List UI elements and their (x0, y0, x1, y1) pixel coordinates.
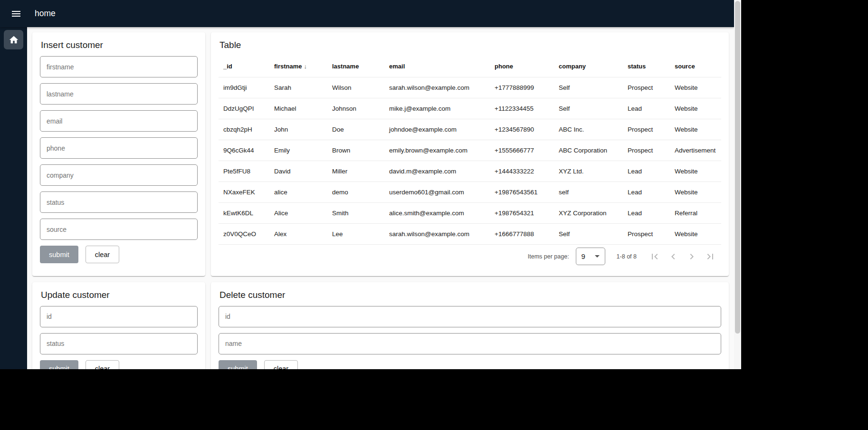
insert-card-title: Insert customer (41, 40, 198, 50)
previous-page-button[interactable] (664, 247, 682, 266)
table-row[interactable]: 9Q6cGk44EmilyBrownemily.brown@example.co… (219, 140, 721, 161)
table-cell: cbzqh2pH (219, 119, 269, 140)
table-cell: XYZ Ltd. (554, 161, 623, 182)
table-cell: Emily (269, 140, 327, 161)
insert-firstname-field (40, 56, 198, 77)
update-submit-button[interactable]: submit (40, 360, 78, 370)
table-cell: +1666777888 (490, 223, 554, 244)
update-clear-button[interactable]: clear (86, 360, 119, 370)
table-row[interactable]: DdzUgQPIMichaelJohnsonmike.j@example.com… (219, 98, 721, 119)
table-row[interactable]: Pte5fFU8DavidMillerdavid.m@example.com+1… (219, 161, 721, 182)
table-cell: Lead (623, 182, 670, 202)
table-row[interactable]: z0V0QCeOAlexLeesarah.wilson@example.com+… (219, 223, 721, 244)
column-header-company[interactable]: company (554, 56, 623, 77)
top-app-bar: home (0, 0, 734, 27)
table-cell: +1777888999 (490, 77, 554, 98)
table-cell: Referral (670, 202, 721, 223)
column-header-lastname[interactable]: lastname (327, 56, 384, 77)
update-status-field (40, 333, 198, 354)
delete-submit-button[interactable]: submit (219, 360, 257, 370)
table-card-title: Table (219, 40, 721, 50)
table-cell: david.m@example.com (384, 161, 490, 182)
table-cell: Website (670, 98, 721, 119)
insert-email-input[interactable] (40, 110, 198, 132)
page-title: home (35, 9, 56, 19)
delete-clear-button[interactable]: clear (264, 360, 298, 370)
table-cell: Prospect (623, 140, 670, 161)
table-cell: Lead (623, 202, 670, 223)
page-size-select[interactable]: 9 (576, 248, 605, 265)
table-cell: XYZ Corporation (554, 202, 623, 223)
update-status-input[interactable] (40, 333, 198, 354)
table-cell: alice.smith@example.com (384, 202, 490, 223)
column-header-firstname[interactable]: firstname↓ (269, 56, 327, 77)
customers-table: _idfirstname↓lastnameemailphonecompanyst… (219, 56, 721, 245)
paginator: Items per page: 9 1-8 of 8 (219, 245, 721, 268)
sidebar (0, 27, 27, 369)
column-header-source[interactable]: source (670, 56, 721, 77)
column-header-status[interactable]: status (623, 56, 670, 77)
insert-submit-button[interactable]: submit (40, 246, 78, 263)
last-page-button[interactable] (701, 247, 719, 266)
scrollbar-thumb[interactable] (735, 1, 740, 334)
update-id-field (40, 306, 198, 327)
column-header-phone[interactable]: phone (490, 56, 554, 77)
next-page-button[interactable] (682, 247, 701, 266)
insert-lastname-input[interactable] (40, 83, 198, 105)
table-cell: +1444333222 (490, 161, 554, 182)
items-per-page-label: Items per page: (528, 253, 569, 260)
first-page-button[interactable] (645, 247, 664, 266)
insert-phone-input[interactable] (40, 137, 198, 159)
insert-source-input[interactable] (40, 219, 198, 240)
table-cell: Lee (327, 223, 384, 244)
table-cell: Pte5fFU8 (219, 161, 269, 182)
column-header-_id[interactable]: _id (219, 56, 269, 77)
app-window: home Insert customer submit clear Table … (0, 0, 741, 369)
insert-company-input[interactable] (40, 164, 198, 186)
table-row[interactable]: cbzqh2pHJohnDoejohndoe@example.com+12345… (219, 119, 721, 140)
table-cell: Self (554, 223, 623, 244)
column-header-email[interactable]: email (384, 56, 490, 77)
table-row[interactable]: NXaxeFEKalicedemouserdemo601@gmail.com+1… (219, 182, 721, 202)
first-page-icon (649, 251, 660, 262)
table-cell: ABC Corporation (554, 140, 623, 161)
table-cell: demo (327, 182, 384, 202)
table-cell: +19876543561 (490, 182, 554, 202)
insert-company-field (40, 164, 198, 186)
table-cell: David (269, 161, 327, 182)
insert-form (40, 56, 198, 240)
table-cell: Alice (269, 202, 327, 223)
last-page-icon (705, 251, 716, 262)
insert-status-field (40, 191, 198, 213)
table-cell: sarah.wilson@example.com (384, 223, 490, 244)
table-cell: Smith (327, 202, 384, 223)
chevron-left-icon (668, 251, 679, 262)
delete-card-title: Delete customer (219, 290, 721, 300)
table-cell: +1555666777 (490, 140, 554, 161)
table-body: im9dGtjiSarahWilsonsarah.wilson@example.… (219, 77, 721, 244)
paginator-range-label: 1-8 of 8 (617, 253, 637, 260)
table-card: Table _idfirstname↓lastnameemailphonecom… (211, 32, 729, 276)
insert-firstname-input[interactable] (40, 56, 198, 77)
insert-clear-button[interactable]: clear (86, 246, 119, 263)
table-cell: NXaxeFEK (219, 182, 269, 202)
table-cell: Lead (623, 98, 670, 119)
hamburger-icon (10, 8, 22, 19)
table-row[interactable]: kEwtK6DLAliceSmithalice.smith@example.co… (219, 202, 721, 223)
table-cell: Brown (327, 140, 384, 161)
vertical-scrollbar[interactable] (734, 0, 741, 369)
delete-name-input[interactable] (219, 333, 721, 354)
insert-status-input[interactable] (40, 191, 198, 213)
table-cell: mike.j@example.com (384, 98, 490, 119)
sort-descending-icon: ↓ (304, 63, 307, 70)
menu-button[interactable] (8, 5, 25, 22)
sidebar-home-button[interactable] (4, 30, 23, 49)
update-id-input[interactable] (40, 306, 198, 327)
table-cell: ABC Inc. (554, 119, 623, 140)
table-cell: Prospect (623, 77, 670, 98)
table-row[interactable]: im9dGtjiSarahWilsonsarah.wilson@example.… (219, 77, 721, 98)
delete-id-input[interactable] (219, 306, 721, 327)
table-cell: Johnson (327, 98, 384, 119)
table-cell: sarah.wilson@example.com (384, 77, 490, 98)
table-cell: Website (670, 182, 721, 202)
